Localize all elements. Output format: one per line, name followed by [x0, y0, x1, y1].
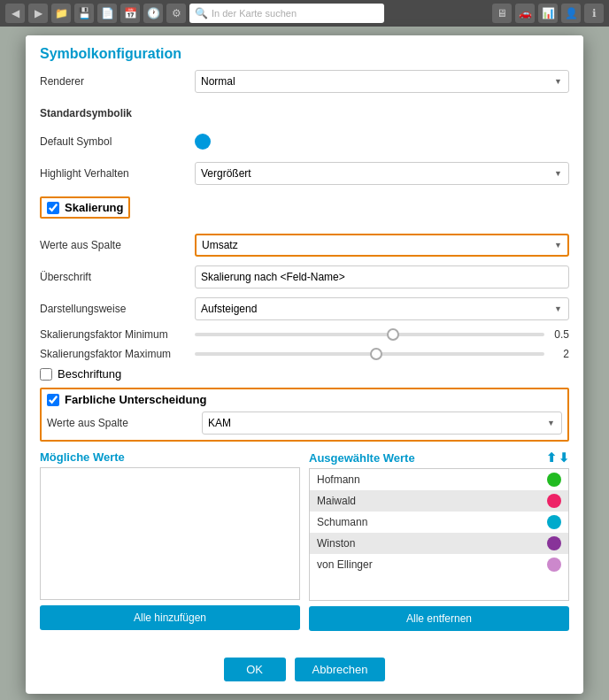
skalierung-header: Skalierung: [40, 196, 130, 219]
item-name: von Ellinger: [317, 558, 373, 571]
list-item[interactable]: Winston: [310, 533, 568, 554]
forward-icon[interactable]: ▶: [28, 4, 48, 23]
werte-spalte-control: Umsatz: [195, 234, 569, 257]
farbliche-checkbox[interactable]: [47, 394, 59, 406]
back-icon[interactable]: ◀: [5, 4, 25, 23]
highlight-select-container[interactable]: Vergrößert: [195, 162, 569, 185]
skalierung-max-slider-container: 2: [195, 348, 569, 360]
uberschrift-input[interactable]: [195, 265, 569, 288]
search-icon: 🔍: [195, 7, 208, 19]
ausgewahlte-list[interactable]: Hofmann Maiwald Schumann Winston: [309, 468, 569, 601]
skalierung-label: Skalierung: [65, 201, 123, 214]
item-name: Hofmann: [317, 473, 360, 486]
skalierung-max-track[interactable]: [195, 352, 544, 356]
ausgewahlte-panel: Ausgewählte Werte ⬆ ⬇ Hofmann Maiwald: [309, 450, 569, 631]
darstellungsweise-row: Darstellungsweise Aufsteigend: [40, 296, 569, 321]
save-icon[interactable]: 💾: [74, 4, 94, 23]
uberschrift-row: Überschrift: [40, 265, 569, 289]
renderer-select[interactable]: Normal: [195, 70, 569, 93]
item-color-dot: [547, 494, 561, 508]
werte-spalte-select[interactable]: Umsatz: [195, 234, 569, 257]
search-box[interactable]: 🔍 In der Karte suchen: [189, 4, 384, 23]
item-color-dot: [547, 536, 561, 550]
dialog-body: Renderer Normal Standardsymbolik Default…: [26, 69, 583, 649]
item-color-dot: [547, 515, 561, 529]
uberschrift-control: [195, 265, 569, 288]
farbliche-header: Farbliche Unterscheidung: [47, 393, 562, 406]
add-all-button[interactable]: Alle hinzufügen: [40, 605, 300, 630]
werte-spalte2-row: Werte aus Spalte KAM: [47, 412, 562, 435]
skalierung-min-label: Skalierungsfaktor Minimum: [40, 328, 195, 341]
skalierung-section: Skalierung: [40, 193, 569, 226]
chart-icon[interactable]: 📊: [538, 4, 558, 23]
darstellungsweise-label: Darstellungsweise: [40, 303, 195, 315]
skalierung-min-thumb[interactable]: [387, 328, 399, 341]
darstellungsweise-select-container[interactable]: Aufsteigend: [195, 297, 569, 320]
uberschrift-label: Überschrift: [40, 271, 195, 283]
mogliche-list[interactable]: [40, 467, 300, 600]
standard-symbol-label: Standardsymbolik: [40, 107, 195, 119]
car-icon[interactable]: 🚗: [515, 4, 535, 23]
lists-section: Mögliche Werte Alle hinzufügen Ausgewähl…: [40, 450, 569, 631]
ausgewahlte-header: Ausgewählte Werte ⬆ ⬇: [309, 450, 569, 465]
skalierung-min-track[interactable]: [195, 333, 544, 336]
highlight-label: Highlight Verhalten: [40, 167, 195, 180]
settings-icon[interactable]: ⚙: [166, 4, 186, 23]
skalierung-min-slider-container: 0.5: [195, 328, 569, 341]
renderer-label: Renderer: [40, 75, 195, 88]
item-name: Maiwald: [317, 495, 356, 507]
remove-all-button[interactable]: Alle entfernen: [309, 606, 569, 631]
standard-symbol-row: Standardsymbolik: [40, 101, 569, 126]
default-symbol-label: Default Symbol: [40, 135, 195, 148]
werte-spalte-label: Werte aus Spalte: [40, 239, 195, 251]
default-symbol-control: [195, 134, 569, 150]
search-placeholder: In der Karte suchen: [212, 8, 297, 19]
ok-button[interactable]: OK: [224, 658, 286, 681]
symbol-config-dialog: Symbolkonfiguration Renderer Normal Stan…: [26, 35, 583, 694]
item-color-dot: [547, 558, 561, 572]
list-item[interactable]: Schumann: [310, 512, 568, 533]
highlight-control: Vergrößert: [195, 162, 569, 185]
new-icon[interactable]: 📄: [97, 4, 117, 23]
toolbar: ◀ ▶ 📁 💾 📄 📅 🕐 ⚙ 🔍 In der Karte suchen 🖥 …: [0, 0, 609, 27]
werte-spalte2-control: KAM: [202, 412, 562, 435]
beschriftung-checkbox[interactable]: [40, 368, 52, 381]
werte-spalte-row: Werte aus Spalte Umsatz: [40, 233, 569, 258]
calendar-icon[interactable]: 📅: [120, 4, 140, 23]
cancel-button[interactable]: Abbrechen: [295, 658, 386, 681]
skalierung-checkbox[interactable]: [47, 202, 59, 214]
toolbar-right-icons: 🖥 🚗 📊 👤 ℹ: [492, 4, 604, 23]
werte-spalte-select-container[interactable]: Umsatz: [195, 234, 569, 257]
list-item[interactable]: Hofmann: [310, 469, 568, 490]
skalierung-max-label: Skalierungsfaktor Maximum: [40, 348, 195, 360]
skalierung-max-row: Skalierungsfaktor Maximum 2: [40, 348, 569, 360]
highlight-select[interactable]: Vergrößert: [195, 162, 569, 185]
item-name: Winston: [317, 537, 355, 550]
skalierung-min-value: 0.5: [551, 328, 569, 341]
renderer-select-container[interactable]: Normal: [195, 70, 569, 93]
werte-spalte2-select-container[interactable]: KAM: [202, 412, 562, 435]
list-item[interactable]: von Ellinger: [310, 554, 568, 575]
skalierung-max-value: 2: [551, 348, 569, 360]
skalierung-max-thumb[interactable]: [370, 348, 382, 360]
list-item[interactable]: Maiwald: [310, 490, 568, 512]
move-down-icon[interactable]: ⬇: [559, 450, 569, 465]
beschriftung-row: Beschriftung: [40, 367, 569, 381]
default-symbol-dot[interactable]: [195, 134, 211, 150]
mogliche-panel: Mögliche Werte Alle hinzufügen: [40, 450, 300, 631]
item-color-dot: [547, 473, 561, 487]
mogliche-title: Mögliche Werte: [40, 450, 125, 464]
default-symbol-row: Default Symbol: [40, 129, 569, 154]
werte-spalte2-select[interactable]: KAM: [202, 412, 562, 435]
clock-icon[interactable]: 🕐: [143, 4, 163, 23]
folder-icon[interactable]: 📁: [51, 4, 71, 23]
renderer-row: Renderer Normal: [40, 69, 569, 94]
user-icon[interactable]: 👤: [561, 4, 581, 23]
renderer-control: Normal: [195, 70, 569, 93]
move-up-icon[interactable]: ⬆: [546, 450, 557, 465]
info-icon[interactable]: ℹ: [584, 4, 604, 23]
skalierung-min-row: Skalierungsfaktor Minimum 0.5: [40, 328, 569, 341]
map-icon[interactable]: 🖥: [492, 4, 512, 23]
ausgewahlte-title: Ausgewählte Werte: [309, 451, 415, 465]
darstellungsweise-select[interactable]: Aufsteigend: [195, 297, 569, 320]
